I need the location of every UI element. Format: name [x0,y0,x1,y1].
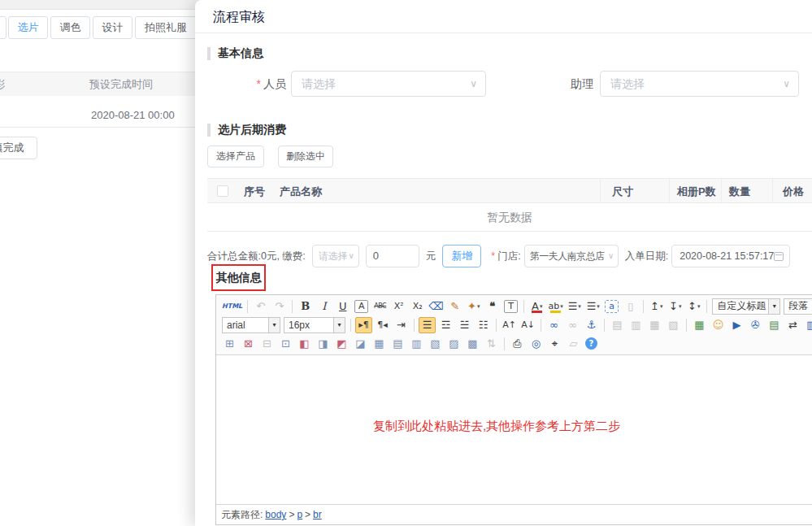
image-align-left-icon[interactable]: ▥ [627,317,645,333]
rtl-icon[interactable]: ¶◂ [374,317,391,333]
photo-album-icon[interactable]: ▤ [766,317,783,333]
snapshot-icon[interactable]: ▱ [565,336,582,352]
chevron-down-icon[interactable]: ▾ [268,318,280,333]
anchor-box-icon[interactable]: a [605,300,619,313]
delete-row-icon[interactable]: ◨ [315,336,332,352]
align-center-icon[interactable]: ☲ [437,317,454,333]
order-date-input[interactable]: 2020-08-21 15:57:17 [671,245,790,267]
split-cols-icon[interactable]: ▨ [445,336,462,352]
paragraph-spacing-top-icon[interactable]: ↥▾ [648,298,665,315]
preview-icon[interactable]: ◎ [528,336,545,352]
unordered-list-icon[interactable]: ☰▾ [584,298,601,315]
eraser-icon[interactable]: ⌫ [428,298,445,315]
format-painter-icon[interactable]: ✎ [446,298,463,315]
split-rows-icon[interactable]: ▧ [427,336,444,352]
select-all-checkbox[interactable] [217,185,228,197]
line-spacing-icon[interactable]: ↕▾ [685,298,702,315]
chevron-down-icon[interactable]: ▾ [578,303,581,310]
chevron-down-icon[interactable]: ▾ [768,299,779,314]
merge-right-icon[interactable]: ▤ [389,336,406,352]
font-size-select[interactable]: 16px▾ [284,317,345,333]
image-align-none-icon[interactable]: ▤ [609,317,626,333]
emoji-icon[interactable]: ☺ [710,317,727,333]
chevron-down-icon[interactable]: ▾ [597,303,600,310]
split-cells-icon[interactable]: ▩ [464,336,481,352]
person-select[interactable]: 请选择 ∨ [291,71,486,97]
page-break-icon[interactable]: ⇄ [784,317,801,333]
lowercase-icon[interactable]: A↓ [519,317,536,333]
anchor-icon[interactable]: ⚓ [583,317,600,333]
insert-video-icon[interactable]: ▶ [728,317,745,333]
tab-hidden-stub[interactable] [0,16,7,39]
highlight-color-icon[interactable]: ab▾ [547,298,564,315]
search-replace-icon[interactable]: ⌖ [546,336,563,352]
path-link-body[interactable]: body [265,509,286,520]
tab-design[interactable]: 设计 [93,16,132,39]
align-justify-icon[interactable]: ☷ [475,317,492,333]
store-select[interactable]: 第一夫人南京总店 ∨ [524,245,619,267]
chevron-down-icon[interactable]: ▾ [697,303,701,310]
pay-amount-input[interactable]: 0 [366,245,419,267]
sort-table-icon[interactable]: ⇅ [483,336,500,352]
link-icon[interactable]: ∞ [545,317,562,333]
assistant-select[interactable]: 请选择 ∨ [600,71,799,97]
pay-type-select[interactable]: 请选择 ∨ [312,245,359,267]
merge-cells-icon[interactable]: ▦ [371,336,388,352]
insert-iframe-icon[interactable]: ▥ [803,317,812,333]
underline-icon[interactable]: U [334,298,351,315]
table-caption-icon[interactable]: ⊟ [258,336,276,352]
attachment-icon[interactable]: ✇ [747,317,764,333]
chevron-down-icon[interactable]: ▾ [333,318,345,333]
source-code-icon[interactable]: HTML [221,298,243,315]
merge-down-icon[interactable]: ▥ [408,336,425,352]
path-link-br[interactable]: br [313,509,322,520]
redo-icon[interactable]: ↷ [271,298,288,315]
tab-color-grading[interactable]: 调色 [50,16,90,39]
insert-col-icon[interactable]: ◩ [333,336,350,352]
paste-text-icon[interactable]: T [504,300,518,313]
help-icon[interactable]: ? [585,337,597,350]
font-color-icon[interactable]: A▾ [528,298,545,315]
subscript-icon[interactable]: X₂ [409,298,426,315]
indent-icon[interactable]: ⇥ [393,317,410,333]
quick-format-icon[interactable]: ✦▾ [465,298,482,315]
add-payment-button[interactable]: 新增 [442,245,481,267]
align-right-icon[interactable]: ☱ [456,317,473,333]
chevron-down-icon[interactable]: ▾ [560,303,563,310]
insert-image-icon[interactable]: ▦ [691,317,708,333]
superscript-icon[interactable]: X² [390,298,407,315]
editor-content-area[interactable]: 复制到此处粘贴进去,其他操作参考上方第二步 [216,355,812,506]
align-left-icon[interactable]: ☰ [419,317,436,333]
image-align-right-icon[interactable]: ▧ [665,317,682,333]
image-align-center-icon[interactable]: ▦ [646,317,663,333]
insert-table-icon[interactable]: ⊞ [221,336,238,352]
ltr-icon[interactable]: ▸¶ [355,317,372,333]
tab-photo-dress[interactable]: 拍照礼服 [135,16,197,39]
chevron-down-icon[interactable]: ▾ [477,303,480,310]
bold-icon[interactable]: B [297,298,314,315]
print-icon[interactable]: ⎙ [509,336,526,352]
paragraph-format-select[interactable]: 段落▾ [784,298,812,315]
custom-title-select[interactable]: 自定义标题▾ [712,298,780,315]
font-family-select[interactable]: arial▾ [222,317,280,333]
uppercase-icon[interactable]: A↑ [501,317,518,333]
autotypeset-icon[interactable]: A [354,300,368,313]
table-title-icon[interactable]: ⊡ [277,336,294,352]
delete-col-icon[interactable]: ◪ [352,336,369,352]
partial-background-button[interactable]: 填完成 [0,137,37,159]
new-doc-icon[interactable]: ▯ [622,298,639,315]
blockquote-icon[interactable]: ❝ [484,298,501,315]
undo-icon[interactable]: ↶ [252,298,269,315]
chevron-down-icon[interactable]: ▾ [660,303,663,310]
tab-select-photos[interactable]: 选片 [8,16,48,39]
italic-icon[interactable]: I [315,298,332,315]
delete-table-icon[interactable]: ⊠ [240,336,257,352]
strikethrough-icon[interactable]: ABC [371,298,389,315]
chevron-down-icon[interactable]: ▾ [540,303,543,310]
select-product-button[interactable]: 选择产品 [207,146,264,167]
unlink-icon[interactable]: ∞ [564,317,581,333]
delete-selected-button[interactable]: 删除选中 [278,146,333,167]
insert-row-icon[interactable]: ◧ [296,336,313,352]
chevron-down-icon[interactable]: ▾ [679,303,682,310]
paragraph-spacing-bottom-icon[interactable]: ↧▾ [667,298,684,315]
